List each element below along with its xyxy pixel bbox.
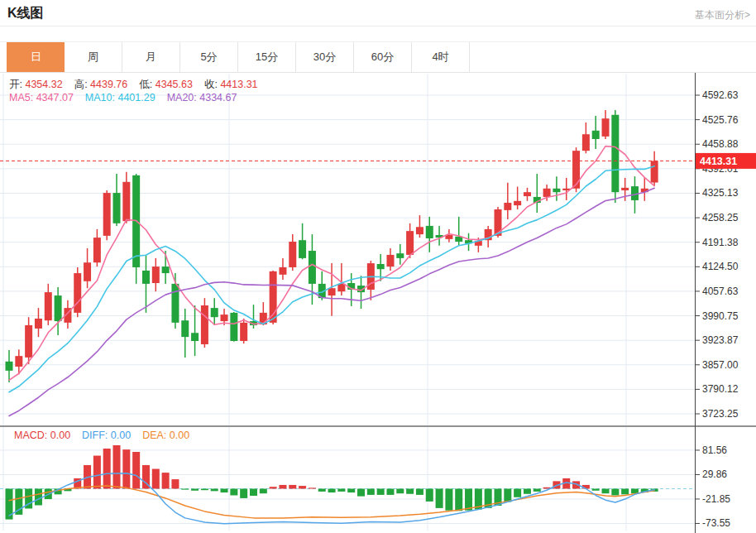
candle-body (221, 315, 228, 321)
macd-bar (211, 489, 218, 492)
main-axis-label: 4592.63 (702, 89, 739, 101)
candle-body (171, 284, 179, 323)
macd-bar (171, 479, 179, 488)
candle-body (309, 251, 316, 284)
macd-bar (181, 489, 189, 490)
main-axis-label: 3857.00 (702, 359, 739, 371)
candle-body (152, 266, 160, 283)
macd-bar (132, 452, 140, 489)
macd-bar (611, 489, 619, 496)
candle-body (621, 188, 629, 190)
candle-body (113, 193, 121, 223)
macd-bar (35, 489, 42, 506)
main-axis-label: 3923.87 (702, 334, 739, 346)
macd-bar (426, 489, 433, 502)
ohlc-item-0: 开: 4354.32 (9, 79, 63, 90)
macd-bar (103, 449, 111, 489)
macd-bar (221, 489, 228, 493)
tab-周[interactable]: 周 (65, 42, 122, 72)
period-tabstrip: 日周月5分15分30分60分4时 (0, 41, 756, 73)
candle-body (103, 193, 111, 236)
ma-item-2: MA20: 4334.67 (167, 92, 237, 103)
macd-bar (230, 489, 237, 496)
candle-body (543, 189, 551, 197)
macd-bar (357, 489, 365, 497)
macd-bar (318, 489, 326, 492)
macd-bar (386, 489, 394, 495)
tab-日[interactable]: 日 (7, 42, 65, 72)
page-header: K线图 基本面分析> (0, 0, 756, 26)
candle-body (524, 192, 531, 196)
tab-4时[interactable]: 4时 (412, 42, 470, 72)
macd-bar (240, 489, 247, 498)
candle-body (6, 362, 13, 371)
candle-body (504, 203, 511, 210)
macd-axis-label: 29.86 (702, 468, 727, 480)
macd-bar (260, 489, 267, 494)
tab-月[interactable]: 月 (122, 42, 180, 72)
candle-body (15, 356, 22, 367)
candle-body (84, 262, 91, 281)
candle-body (386, 255, 394, 266)
candle-body (416, 227, 423, 234)
main-axis-label: 4057.63 (702, 286, 739, 297)
macd-bar (406, 489, 414, 494)
macd-bar (309, 487, 316, 488)
candle-body (426, 226, 433, 238)
tab-60分[interactable]: 60分 (354, 42, 412, 72)
macd-bar (337, 489, 345, 492)
macd-bar (514, 489, 521, 497)
candle-body (514, 201, 521, 205)
candle-body (328, 288, 336, 295)
ma-item-1: MA10: 4401.29 (85, 92, 156, 103)
candle-body (553, 189, 560, 192)
macd-bar (504, 489, 511, 502)
macd-bar (191, 489, 199, 491)
candle-body (35, 319, 42, 329)
main-axis-label: 4258.25 (702, 212, 739, 223)
candle-body (191, 333, 199, 341)
macd-bar (436, 489, 443, 508)
main-axis-label: 3790.12 (702, 383, 739, 395)
macd-bar (592, 489, 600, 491)
ohlc-item-2: 低: 4345.63 (139, 79, 193, 90)
candle-body (572, 151, 580, 189)
tab-5分[interactable]: 5分 (180, 42, 238, 72)
fundamental-analysis-link[interactable]: 基本面分析> (695, 8, 750, 22)
macd-bar (328, 489, 336, 493)
candle-body (93, 238, 101, 262)
macd-bar (6, 489, 13, 520)
candle-body (377, 264, 385, 269)
tab-15分[interactable]: 15分 (238, 42, 296, 72)
ohlc-item-1: 高: 4439.76 (74, 79, 128, 90)
candle-body (240, 323, 247, 341)
macd-bar (416, 489, 423, 495)
candle-body (396, 253, 404, 258)
candle-body (211, 308, 218, 317)
current-price-badge-label: 4413.31 (700, 156, 737, 167)
candle-body (122, 182, 130, 221)
macd-bar (250, 489, 257, 497)
candle-body (142, 271, 150, 284)
macd-item-2: DEA: 0.00 (142, 430, 189, 441)
kline-page: { "header": { "title": "K线图", "link": "基… (0, 0, 756, 533)
macd-bar (534, 489, 541, 492)
candle-body (230, 313, 237, 341)
main-axis-label: 3990.75 (702, 310, 739, 322)
candle-body (162, 266, 170, 273)
candle-body (592, 131, 600, 139)
candle-body (279, 267, 286, 275)
candle-body (181, 320, 189, 337)
macd-bar (201, 489, 208, 491)
ma5-line (9, 146, 654, 381)
ma-legend: MA5: 4347.07MA10: 4401.29MA20: 4334.67 (9, 92, 248, 103)
macd-bar (602, 489, 610, 494)
candle-body (406, 231, 414, 255)
macd-bar (93, 456, 101, 489)
tab-30分[interactable]: 30分 (296, 42, 354, 72)
main-axis-label: 3723.25 (702, 408, 739, 420)
candle-body (45, 292, 52, 320)
macd-bar (162, 473, 170, 488)
candle-body (495, 209, 502, 236)
macd-bar (367, 489, 375, 495)
